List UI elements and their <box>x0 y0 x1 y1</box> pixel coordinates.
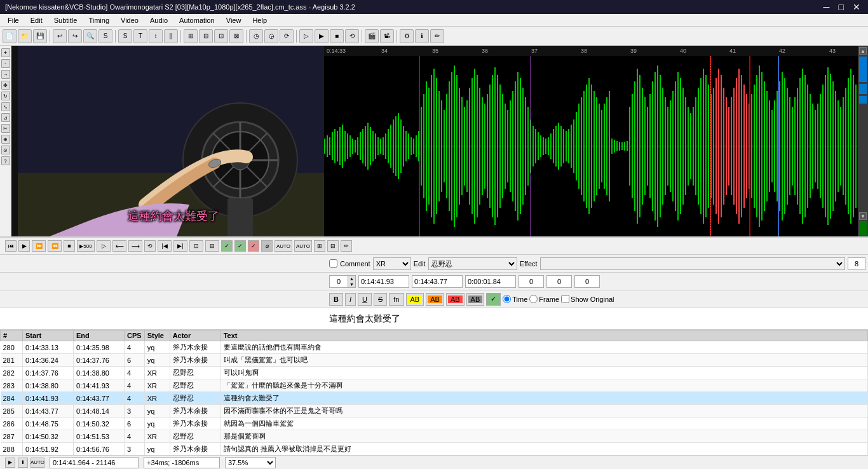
toolbar-redo[interactable]: ↪ <box>68 29 82 43</box>
tool-scale[interactable]: ⤡ <box>1 102 10 111</box>
toolbar-undo[interactable]: ↩ <box>53 29 67 43</box>
color4-button[interactable]: AB <box>466 293 485 306</box>
underline-button[interactable]: U <box>358 293 372 306</box>
toolbar-split[interactable]: ⊡ <box>214 29 228 43</box>
transport-play-sel[interactable]: ▷ <box>97 240 111 252</box>
table-row[interactable]: 2870:14:50.320:14:51.534XR忍野忍那是個驚喜啊 <box>1 430 868 443</box>
maximize-button[interactable]: □ <box>836 2 846 12</box>
transport-commit[interactable]: ✓ <box>221 240 233 252</box>
toolbar-play2[interactable]: ▶ <box>315 29 329 43</box>
tool-drag[interactable]: ✥ <box>1 81 10 90</box>
waveform-scroll-down[interactable]: ▼ <box>859 212 867 220</box>
status-time-input[interactable] <box>50 457 139 468</box>
status-play-btn[interactable]: ▶ <box>5 458 15 468</box>
waveform-green-btn[interactable] <box>859 221 867 235</box>
tool-position[interactable]: ⊙ <box>1 146 10 154</box>
toolbar-loop[interactable]: ⟲ <box>345 29 359 43</box>
actor-select[interactable]: 忍野忍 斧乃木余接 <box>428 257 517 270</box>
transport-play[interactable]: ▶ <box>18 240 30 252</box>
color1-button[interactable]: AB <box>406 293 424 306</box>
minimize-button[interactable]: ─ <box>821 2 832 12</box>
transport-prev[interactable]: ⏮ <box>5 240 17 252</box>
toolbar-new[interactable]: 📄 <box>3 29 17 43</box>
layer-input[interactable] <box>330 276 348 287</box>
transport-auto1[interactable]: AUTO <box>275 240 292 252</box>
toolbar-style3[interactable]: ↕ <box>149 29 163 43</box>
time-radio[interactable] <box>503 295 511 303</box>
transport-zoom-out2[interactable]: ⊟ <box>205 240 219 252</box>
tool-zoom-out[interactable]: - <box>1 59 10 68</box>
transport-play-end[interactable]: ⏪ <box>48 240 62 252</box>
status-offset-input[interactable] <box>144 457 220 468</box>
toolbar-pencil[interactable]: ✏ <box>430 29 444 43</box>
waveform-vscrollbar[interactable]: ▲ ▼ <box>858 46 868 236</box>
waveform-svg[interactable] <box>324 56 858 236</box>
table-row[interactable]: 2820:14:37.760:14:38.804XR忍野忍可以叫鬼啊 <box>1 367 868 379</box>
waveform-scroll-thumb[interactable] <box>859 57 867 82</box>
color2-button[interactable]: AB <box>426 293 444 306</box>
effect-select[interactable] <box>540 257 845 270</box>
transport-pencil[interactable]: ✏ <box>341 240 352 252</box>
transport-commit3[interactable]: ✓ <box>248 240 259 252</box>
toolbar-merge[interactable]: ⊠ <box>229 29 243 43</box>
menu-help[interactable]: Help <box>247 15 272 25</box>
layer-dn[interactable]: ▼ <box>348 282 355 287</box>
toolbar-info[interactable]: ℹ <box>415 29 429 43</box>
toolbar-time3[interactable]: ⟳ <box>280 29 294 43</box>
italic-button[interactable]: I <box>345 293 356 306</box>
toolbar-play1[interactable]: ▷ <box>299 29 313 43</box>
margin-l[interactable] <box>519 275 544 288</box>
menu-edit[interactable]: Edit <box>25 15 48 25</box>
transport-loop[interactable]: ⟲ <box>144 240 156 252</box>
strikethrough-button[interactable]: S <box>374 293 387 306</box>
menu-timing[interactable]: Timing <box>83 15 114 25</box>
font-code-button[interactable]: fn <box>389 293 403 306</box>
toolbar-find[interactable]: 🔍 <box>83 29 97 43</box>
tool-origin[interactable]: ⊕ <box>1 135 10 144</box>
table-row[interactable]: 2810:14:36.240:14:37.766yq斧乃木余接叫成「黑儀駕駕」也… <box>1 354 868 367</box>
start-time[interactable] <box>358 275 409 288</box>
toolbar-stop[interactable]: ■ <box>330 29 344 43</box>
waveform-panel[interactable]: 0:14:33 34 35 36 37 38 39 40 41 42 43 44 <box>324 46 868 236</box>
toolbar-video1[interactable]: 🎬 <box>365 29 379 43</box>
status-auto-btn[interactable]: AUTO <box>31 458 44 468</box>
toolbar-time2[interactable]: ◶ <box>264 29 278 43</box>
tool-help[interactable]: ? <box>1 156 10 165</box>
toolbar-save[interactable]: 💾 <box>33 29 47 43</box>
layer-spin[interactable]: ▲ ▼ <box>329 275 356 288</box>
menu-subtitle[interactable]: Subtitle <box>49 15 83 25</box>
effect-number[interactable] <box>848 257 865 270</box>
waveform-scroll-thumb3[interactable] <box>859 96 867 104</box>
toolbar-video2[interactable]: 📽 <box>380 29 394 43</box>
toolbar-style2[interactable]: T <box>133 29 147 43</box>
menu-automation[interactable]: Automation <box>174 15 220 25</box>
table-row[interactable]: 2880:14:51.920:14:56.763yq斧乃木余接請句認真的 推薦入… <box>1 443 868 456</box>
show-original-checkbox[interactable] <box>561 295 569 303</box>
close-button[interactable]: ✕ <box>850 2 863 12</box>
transport-step-back[interactable]: ⟵ <box>112 240 126 252</box>
table-row[interactable]: 2850:14:43.770:14:48.143yq斧乃木余接因不滿而喋喋不休的… <box>1 405 868 418</box>
menu-view[interactable]: View <box>221 15 247 25</box>
waveform-scroll-up[interactable]: ▲ <box>859 47 867 55</box>
transport-seek-end[interactable]: ▶| <box>173 240 187 252</box>
toolbar-time1[interactable]: ◷ <box>249 29 263 43</box>
xr-select[interactable]: XR yq <box>373 257 411 270</box>
text-content[interactable]: 這種約會太難受了 <box>329 313 863 325</box>
toolbar-style4[interactable]: || <box>164 29 178 43</box>
comment-checkbox[interactable] <box>329 259 337 268</box>
transport-play-start[interactable]: ⏩ <box>32 240 46 252</box>
status-zoom-select[interactable]: 37.5% 50% 75% 100% <box>225 457 276 468</box>
status-pause-btn[interactable]: ⏸ <box>18 458 28 468</box>
end-time[interactable] <box>412 275 463 288</box>
transport-stop[interactable]: ■ <box>64 240 75 252</box>
layer-up[interactable]: ▲ <box>348 276 355 282</box>
table-row[interactable]: 2830:14:38.800:14:41.934XR忍野忍「駕駕」什麼的聽起來像… <box>1 379 868 392</box>
transport-grid[interactable]: ⊞ <box>314 240 325 252</box>
tool-clip[interactable]: ✂ <box>1 124 10 133</box>
transport-split[interactable]: ⊟ <box>327 240 339 252</box>
menu-file[interactable]: File <box>3 15 24 25</box>
tool-zoom-in[interactable]: + <box>1 48 10 57</box>
transport-play-500[interactable]: ▶500 <box>77 240 95 252</box>
color3-button[interactable]: AB <box>446 293 465 306</box>
transport-auto2[interactable]: AUTO <box>294 240 312 252</box>
